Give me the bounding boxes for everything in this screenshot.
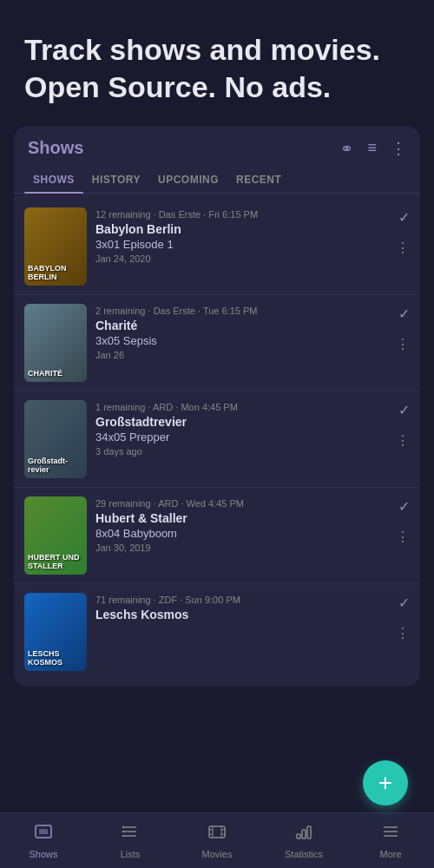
movies-nav-icon <box>207 822 227 845</box>
show-date: Jan 24, 2020 <box>95 253 389 264</box>
show-episode: 34x05 Prepper <box>95 431 389 444</box>
poster-text: Großstadt-revier <box>28 457 83 475</box>
item-more-icon[interactable]: ⋮ <box>396 529 410 545</box>
header-icons: ⚭ ≡ ⋮ <box>340 139 406 158</box>
card-header: Shows ⚭ ≡ ⋮ <box>14 126 420 165</box>
svg-rect-17 <box>307 826 311 838</box>
check-icon[interactable]: ✓ <box>398 595 410 611</box>
show-name: Leschs Kosmos <box>95 608 389 621</box>
show-actions: ✓ ⋮ <box>396 207 410 256</box>
show-info: 29 remaining · ARD · Wed 4:45 PM Hubert … <box>87 496 396 553</box>
item-more-icon[interactable]: ⋮ <box>396 336 410 352</box>
fab-button[interactable]: + <box>363 760 408 806</box>
nav-item-shows[interactable]: Shows <box>0 822 87 859</box>
filter-icon[interactable]: ≡ <box>367 139 377 157</box>
svg-point-7 <box>122 835 124 837</box>
poster-text: HUBERT UND STALLER <box>28 554 83 571</box>
show-poster: Großstadt-revier <box>24 400 87 478</box>
show-meta: 1 remaining · ARD · Mon 4:45 PM <box>95 402 389 412</box>
hero-title: Track shows and movies. Open Source. No … <box>24 31 410 105</box>
show-episode: 3x05 Sepsis <box>95 334 389 347</box>
svg-rect-16 <box>302 830 306 838</box>
tab-history[interactable]: HISTORY <box>83 165 149 193</box>
more-nav-icon <box>381 822 400 845</box>
check-icon[interactable]: ✓ <box>398 209 410 226</box>
nav-label-movies: Movies <box>202 849 233 859</box>
item-more-icon[interactable]: ⋮ <box>396 240 410 256</box>
show-date: Jan 26 <box>95 350 389 360</box>
app-card: Shows ⚭ ≡ ⋮ SHOWS HISTORY UPCOMING RECEN… <box>14 126 420 687</box>
show-item: CHARITÉ 2 remaining · Das Erste · Tue 6:… <box>14 294 420 391</box>
show-name: Babylon Berlin <box>95 222 389 236</box>
poster-text: CHARITÉ <box>28 370 83 378</box>
lists-nav-icon <box>121 822 140 845</box>
svg-rect-8 <box>209 826 225 838</box>
poster-text: LESCHS KOSMOS <box>28 650 83 667</box>
nav-label-shows: Shows <box>29 849 57 859</box>
show-episode: 8x04 Babyboom <box>95 527 389 540</box>
svg-point-5 <box>122 826 124 828</box>
tabs-bar: SHOWS HISTORY UPCOMING RECENT <box>14 165 420 194</box>
show-item: Großstadt-revier 1 remaining · ARD · Mon… <box>14 391 420 487</box>
show-info: 2 remaining · Das Erste · Tue 6:15 PM Ch… <box>87 304 396 360</box>
search-icon[interactable]: ⚭ <box>340 139 353 158</box>
nav-label-lists: Lists <box>121 849 141 859</box>
show-info: 12 remaining · Das Erste · Fri 6:15 PM B… <box>87 207 396 264</box>
statistics-nav-icon <box>294 822 313 845</box>
show-meta: 12 remaining · Das Erste · Fri 6:15 PM <box>95 209 389 220</box>
check-icon[interactable]: ✓ <box>398 402 410 418</box>
show-poster: LESCHS KOSMOS <box>24 593 87 671</box>
bottom-nav: Shows Lists M <box>0 812 434 868</box>
show-poster: BABYLON BERLIN <box>24 207 87 286</box>
show-item: BABYLON BERLIN 12 remaining · Das Erste … <box>14 199 420 294</box>
show-actions: ✓ ⋮ <box>396 593 410 641</box>
card-title: Shows <box>28 138 83 158</box>
check-icon[interactable]: ✓ <box>398 498 410 515</box>
svg-rect-1 <box>39 829 48 834</box>
poster-text: BABYLON BERLIN <box>28 265 83 282</box>
item-more-icon[interactable]: ⋮ <box>396 625 410 641</box>
nav-item-more[interactable]: More <box>347 822 434 859</box>
show-meta: 29 remaining · ARD · Wed 4:45 PM <box>95 498 389 509</box>
show-actions: ✓ ⋮ <box>396 496 410 545</box>
check-icon[interactable]: ✓ <box>398 306 410 322</box>
show-date: Jan 30, 2019 <box>95 542 389 553</box>
show-info: 71 remaining · ZDF · Sun 9:00 PM Leschs … <box>87 593 396 623</box>
show-date: 3 days ago <box>95 446 389 457</box>
svg-rect-15 <box>297 834 300 838</box>
nav-label-more: More <box>379 849 401 859</box>
show-actions: ✓ ⋮ <box>396 304 410 352</box>
nav-label-statistics: Statistics <box>285 849 323 859</box>
hero-section: Track shows and movies. Open Source. No … <box>0 0 434 126</box>
tab-upcoming[interactable]: UPCOMING <box>149 165 227 193</box>
show-poster: CHARITÉ <box>24 304 87 382</box>
nav-item-statistics[interactable]: Statistics <box>260 822 347 859</box>
nav-item-lists[interactable]: Lists <box>87 822 174 859</box>
show-name: Hubert & Staller <box>95 511 389 525</box>
show-item: LESCHS KOSMOS 71 remaining · ZDF · Sun 9… <box>14 583 420 680</box>
nav-item-movies[interactable]: Movies <box>174 822 260 859</box>
tab-recent[interactable]: RECENT <box>227 165 290 193</box>
overflow-menu-icon[interactable]: ⋮ <box>391 139 406 158</box>
item-more-icon[interactable]: ⋮ <box>396 432 410 449</box>
show-name: Charité <box>95 319 389 332</box>
show-meta: 2 remaining · Das Erste · Tue 6:15 PM <box>95 306 389 316</box>
show-item: HUBERT UND STALLER 29 remaining · ARD · … <box>14 487 420 583</box>
svg-point-6 <box>122 831 124 832</box>
show-episode: 3x01 Episode 1 <box>95 238 389 251</box>
shows-nav-icon <box>34 822 53 845</box>
tab-shows[interactable]: SHOWS <box>24 165 83 193</box>
show-info: 1 remaining · ARD · Mon 4:45 PM Großstad… <box>87 400 396 457</box>
show-poster: HUBERT UND STALLER <box>24 496 87 575</box>
show-name: Großstadtrevier <box>95 415 389 429</box>
show-meta: 71 remaining · ZDF · Sun 9:00 PM <box>95 595 389 605</box>
show-actions: ✓ ⋮ <box>396 400 410 449</box>
